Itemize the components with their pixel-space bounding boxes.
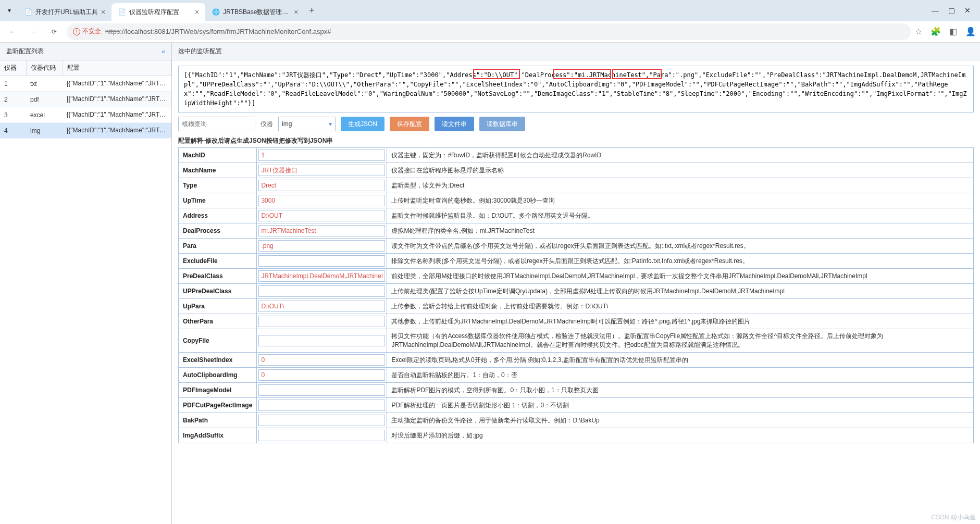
config-row: CopyFile拷贝文件功能（有的Access数据库仪器软件使用独占模式，检验连… <box>179 329 974 353</box>
profile-icon[interactable]: 👤 <box>965 27 976 36</box>
fuzzy-search-input[interactable] <box>178 117 255 131</box>
config-value-input[interactable] <box>258 225 385 236</box>
back-button[interactable]: ← <box>4 23 21 40</box>
config-desc: PDF解析处理的一页图片是否切割矩形小图 1：切割，0：不切割 <box>387 398 974 413</box>
config-value-input[interactable] <box>258 316 385 327</box>
globe-icon: 🌐 <box>212 8 220 16</box>
config-value-input[interactable] <box>258 240 385 252</box>
close-icon[interactable]: × <box>101 8 105 16</box>
row-idx: 1 <box>0 76 26 92</box>
machine-combo[interactable]: img ▾ <box>278 117 336 131</box>
star-icon[interactable]: ☆ <box>915 27 922 36</box>
config-label: UpTime <box>179 193 257 208</box>
config-value-input[interactable] <box>258 210 385 221</box>
config-row: ExcelSheetIndexExcel限定的读取页码,格式从0开始，多个用,分… <box>179 353 974 368</box>
config-value-input[interactable] <box>258 255 385 267</box>
config-label: UPPreDealClass <box>179 284 257 299</box>
table-row[interactable]: 4img[{"MachID":"1","MachName":"JRT仪… <box>0 123 171 139</box>
config-value-input[interactable] <box>258 285 385 297</box>
reload-button[interactable]: ⟳ <box>46 23 63 40</box>
row-code: excel <box>26 107 63 123</box>
config-label: Address <box>179 208 257 223</box>
close-window-icon[interactable]: ✕ <box>964 6 971 15</box>
config-row: PDFImageModel监听解析PDF图片的模式，空得到所有图。0：只取小图，… <box>179 383 974 398</box>
config-row: PreDealClass前处理类，全部用M处理接口的时候使用JRTMachine… <box>179 269 974 284</box>
config-row: Para读文件时为文件带点的后缀名(多个用英文逗号分隔)，或者以regex开头后… <box>179 239 974 254</box>
json-text: [{"MachID":"1","MachName":"JRT仪器接口","Typ… <box>184 71 967 107</box>
combo-label: 仪器 <box>260 120 273 129</box>
unsafe-badge: ! 不安全 <box>73 27 101 36</box>
browser-tab-2[interactable]: 📄 仪器监听程序配置 × <box>111 3 205 21</box>
config-row: BakPath主动指定监听的备份文件路径，用于做新老并行读取文件。例如：D:\B… <box>179 413 974 428</box>
config-row: UpTime上传时监听定时查询的毫秒数。例如:30000就是30秒一查询 <box>179 193 974 208</box>
config-value-input[interactable] <box>258 335 385 346</box>
config-value-input[interactable] <box>258 180 385 191</box>
row-cfg: [{"MachID":"1","MachName":"JRT仪… <box>63 123 171 139</box>
config-desc: 上传参数，监听会转给上传前处理对象，上传前处理需要就传。例如：D:\OUT\ <box>387 299 974 314</box>
close-icon[interactable]: × <box>294 8 298 16</box>
right-panel: 选中的监听配置 [{"MachID":"1","MachName":"JRT仪器… <box>172 43 980 524</box>
read-db-button[interactable]: 读数据库串 <box>479 117 525 131</box>
config-desc: 仪器接口在监听程序图标悬浮的显示名称 <box>387 163 974 178</box>
config-desc: 排除文件名称列表(多个用英文逗号分隔)，或者以regex开头后面跟正则表达式匹配… <box>387 254 974 269</box>
config-desc: 主动指定监听的备份文件路径，用于做新老并行读取文件。例如：D:\BakUp <box>387 413 974 428</box>
collapse-left-icon[interactable]: « <box>162 48 165 55</box>
config-desc: 是否自动监听粘贴板的图片。1：自动，0：否 <box>387 368 974 383</box>
extensions-icon[interactable]: 🧩 <box>931 27 941 36</box>
config-desc: 前处理类，全部用M处理接口的时候使用JRTMachineImpl.DealDem… <box>387 269 974 284</box>
config-value-input[interactable] <box>258 270 385 282</box>
combo-value: img <box>282 120 292 128</box>
close-icon[interactable]: × <box>195 8 199 16</box>
read-file-button[interactable]: 读文件串 <box>435 117 474 131</box>
config-value-input[interactable] <box>258 415 385 426</box>
config-label: PreDealClass <box>179 269 257 284</box>
config-label: MachID <box>179 148 257 163</box>
config-label: ExcludeFile <box>179 254 257 269</box>
config-row: PDFCutPageRectImagePDF解析处理的一页图片是否切割矩形小图 … <box>179 398 974 413</box>
config-label: PDFImageModel <box>179 383 257 398</box>
browser-tab-3[interactable]: 🌐 JRTBSBase数据管理工具 × <box>205 3 304 21</box>
tab-title: 仪器监听程序配置 <box>129 8 179 17</box>
listener-grid: 仪器 仪器代码 配置 1txt[{"MachID":"1","MachName"… <box>0 60 171 139</box>
address-bar[interactable]: ! 不安全 https://localhost:8081/JRTWeb/sys/… <box>67 23 911 40</box>
config-desc: 对没后缀图片添加的后缀，如:jpg <box>387 428 974 443</box>
panel-icon[interactable]: ◧ <box>949 27 957 36</box>
watermark: CSDN @小乌鱼 <box>931 513 976 522</box>
table-row[interactable]: 3excel[{"MachID":"1","MachName":"JRT仪… <box>0 107 171 123</box>
col-config: 配置 <box>63 60 171 76</box>
config-label: BakPath <box>179 413 257 428</box>
minimize-icon[interactable]: — <box>932 6 939 15</box>
config-label: Type <box>179 178 257 193</box>
config-desc: 其他参数，上传前处理为JRTMachineImpl.DealDemoM,JRTM… <box>387 314 974 329</box>
config-value-input[interactable] <box>258 165 385 176</box>
config-value-input[interactable] <box>258 369 385 381</box>
table-row[interactable]: 2pdf[{"MachID":"1","MachName":"JRT仪… <box>0 92 171 107</box>
right-panel-title: 选中的监听配置 <box>178 47 222 55</box>
config-value-input[interactable] <box>258 400 385 411</box>
warning-icon: ! <box>73 28 80 35</box>
config-desc: 监听解析PDF图片的模式，空得到所有图。0：只取小图，1：只取整页大图 <box>387 383 974 398</box>
config-label: CopyFile <box>179 329 257 353</box>
config-value-input[interactable] <box>258 149 385 161</box>
config-row: DealProcess虚拟M处理程序的类全名,例如：mi.JRTMachineT… <box>179 223 974 239</box>
config-value-input[interactable] <box>258 354 385 366</box>
config-row: MachID仪器主键，固定为：#RowID，监听获得配置时候会自动处理成仪器的R… <box>179 148 974 163</box>
config-label: OtherPara <box>179 314 257 329</box>
gen-json-button[interactable]: 生成JSON <box>341 117 384 131</box>
maximize-icon[interactable]: ▢ <box>948 6 955 15</box>
tabs-dropdown-icon[interactable]: ▾ <box>4 5 15 16</box>
config-value-input[interactable] <box>258 384 385 396</box>
left-panel-header: 监听配置列表 « <box>0 43 171 60</box>
config-value-input[interactable] <box>258 301 385 312</box>
table-row[interactable]: 1txt[{"MachID":"1","MachName":"JRT仪… <box>0 76 171 92</box>
browser-tab-1[interactable]: 📄 开发打开URL辅助工具 × <box>18 3 111 21</box>
left-panel: 监听配置列表 « 仪器 仪器代码 配置 1txt[{"MachID":"1","… <box>0 43 172 524</box>
new-tab-button[interactable]: + <box>304 3 319 18</box>
config-desc: 虚拟M处理程序的类全名,例如：mi.JRTMachineTest <box>387 223 974 239</box>
config-desc: 监听文件时候就维护监听目录。如：D:\OUT。多个路径用英文逗号分隔。 <box>387 208 974 223</box>
config-value-input[interactable] <box>258 430 385 441</box>
save-config-button[interactable]: 保存配置 <box>390 117 429 131</box>
json-preview: [{"MachID":"1","MachName":"JRT仪器接口","Typ… <box>178 66 974 113</box>
row-cfg: [{"MachID":"1","MachName":"JRT仪… <box>63 107 171 123</box>
config-value-input[interactable] <box>258 195 385 206</box>
